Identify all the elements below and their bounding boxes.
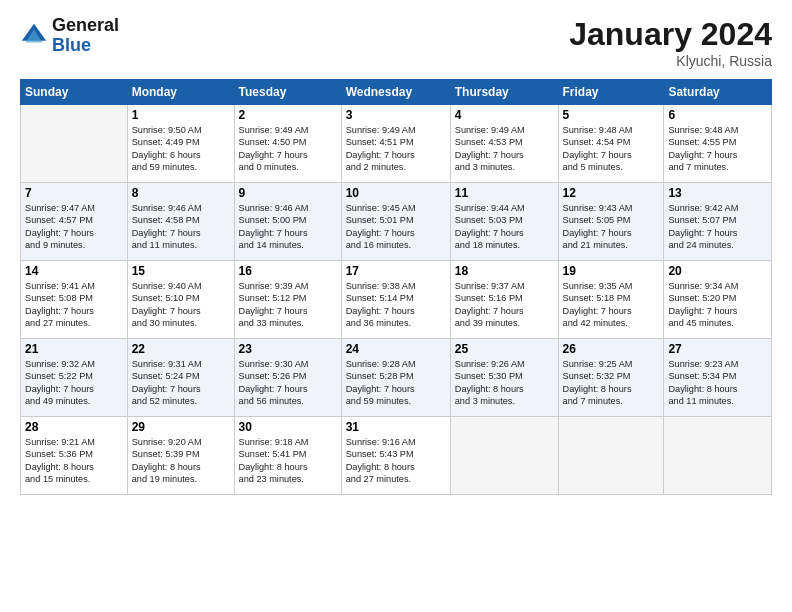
month-year: January 2024 [569,16,772,53]
table-row: 3Sunrise: 9:49 AM Sunset: 4:51 PM Daylig… [341,105,450,183]
day-info: Sunrise: 9:44 AM Sunset: 5:03 PM Dayligh… [455,202,554,252]
calendar-week-row: 28Sunrise: 9:21 AM Sunset: 5:36 PM Dayli… [21,417,772,495]
col-thursday: Thursday [450,80,558,105]
day-number: 20 [668,264,767,278]
table-row: 23Sunrise: 9:30 AM Sunset: 5:26 PM Dayli… [234,339,341,417]
day-number: 8 [132,186,230,200]
table-row [558,417,664,495]
day-info: Sunrise: 9:49 AM Sunset: 4:53 PM Dayligh… [455,124,554,174]
day-number: 17 [346,264,446,278]
table-row: 8Sunrise: 9:46 AM Sunset: 4:58 PM Daylig… [127,183,234,261]
day-info: Sunrise: 9:16 AM Sunset: 5:43 PM Dayligh… [346,436,446,486]
day-info: Sunrise: 9:40 AM Sunset: 5:10 PM Dayligh… [132,280,230,330]
calendar-table: Sunday Monday Tuesday Wednesday Thursday… [20,79,772,495]
col-wednesday: Wednesday [341,80,450,105]
day-number: 13 [668,186,767,200]
table-row: 9Sunrise: 9:46 AM Sunset: 5:00 PM Daylig… [234,183,341,261]
day-number: 30 [239,420,337,434]
day-info: Sunrise: 9:50 AM Sunset: 4:49 PM Dayligh… [132,124,230,174]
day-number: 21 [25,342,123,356]
logo-icon [20,22,48,50]
header: General Blue January 2024 Klyuchi, Russi… [20,16,772,69]
col-sunday: Sunday [21,80,128,105]
day-number: 27 [668,342,767,356]
title-section: January 2024 Klyuchi, Russia [569,16,772,69]
table-row: 16Sunrise: 9:39 AM Sunset: 5:12 PM Dayli… [234,261,341,339]
day-number: 4 [455,108,554,122]
day-info: Sunrise: 9:21 AM Sunset: 5:36 PM Dayligh… [25,436,123,486]
day-number: 16 [239,264,337,278]
table-row: 27Sunrise: 9:23 AM Sunset: 5:34 PM Dayli… [664,339,772,417]
day-info: Sunrise: 9:43 AM Sunset: 5:05 PM Dayligh… [563,202,660,252]
day-info: Sunrise: 9:31 AM Sunset: 5:24 PM Dayligh… [132,358,230,408]
day-number: 3 [346,108,446,122]
day-number: 6 [668,108,767,122]
col-monday: Monday [127,80,234,105]
day-info: Sunrise: 9:28 AM Sunset: 5:28 PM Dayligh… [346,358,446,408]
table-row: 12Sunrise: 9:43 AM Sunset: 5:05 PM Dayli… [558,183,664,261]
location: Klyuchi, Russia [569,53,772,69]
day-number: 2 [239,108,337,122]
table-row: 11Sunrise: 9:44 AM Sunset: 5:03 PM Dayli… [450,183,558,261]
day-number: 1 [132,108,230,122]
day-info: Sunrise: 9:47 AM Sunset: 4:57 PM Dayligh… [25,202,123,252]
logo-blue: Blue [52,36,119,56]
day-info: Sunrise: 9:20 AM Sunset: 5:39 PM Dayligh… [132,436,230,486]
day-info: Sunrise: 9:37 AM Sunset: 5:16 PM Dayligh… [455,280,554,330]
day-number: 18 [455,264,554,278]
table-row: 10Sunrise: 9:45 AM Sunset: 5:01 PM Dayli… [341,183,450,261]
day-number: 23 [239,342,337,356]
day-number: 11 [455,186,554,200]
day-number: 14 [25,264,123,278]
day-number: 9 [239,186,337,200]
day-info: Sunrise: 9:38 AM Sunset: 5:14 PM Dayligh… [346,280,446,330]
day-info: Sunrise: 9:32 AM Sunset: 5:22 PM Dayligh… [25,358,123,408]
table-row: 13Sunrise: 9:42 AM Sunset: 5:07 PM Dayli… [664,183,772,261]
table-row: 22Sunrise: 9:31 AM Sunset: 5:24 PM Dayli… [127,339,234,417]
day-number: 25 [455,342,554,356]
logo: General Blue [20,16,119,56]
day-info: Sunrise: 9:23 AM Sunset: 5:34 PM Dayligh… [668,358,767,408]
table-row: 6Sunrise: 9:48 AM Sunset: 4:55 PM Daylig… [664,105,772,183]
table-row: 20Sunrise: 9:34 AM Sunset: 5:20 PM Dayli… [664,261,772,339]
day-number: 31 [346,420,446,434]
table-row: 4Sunrise: 9:49 AM Sunset: 4:53 PM Daylig… [450,105,558,183]
table-row: 31Sunrise: 9:16 AM Sunset: 5:43 PM Dayli… [341,417,450,495]
table-row: 28Sunrise: 9:21 AM Sunset: 5:36 PM Dayli… [21,417,128,495]
logo-general: General [52,16,119,36]
day-number: 10 [346,186,446,200]
table-row [21,105,128,183]
col-tuesday: Tuesday [234,80,341,105]
day-number: 7 [25,186,123,200]
table-row: 26Sunrise: 9:25 AM Sunset: 5:32 PM Dayli… [558,339,664,417]
day-number: 22 [132,342,230,356]
day-info: Sunrise: 9:39 AM Sunset: 5:12 PM Dayligh… [239,280,337,330]
table-row [664,417,772,495]
table-row: 30Sunrise: 9:18 AM Sunset: 5:41 PM Dayli… [234,417,341,495]
day-info: Sunrise: 9:49 AM Sunset: 4:50 PM Dayligh… [239,124,337,174]
day-info: Sunrise: 9:18 AM Sunset: 5:41 PM Dayligh… [239,436,337,486]
table-row: 18Sunrise: 9:37 AM Sunset: 5:16 PM Dayli… [450,261,558,339]
col-friday: Friday [558,80,664,105]
table-row: 7Sunrise: 9:47 AM Sunset: 4:57 PM Daylig… [21,183,128,261]
day-number: 24 [346,342,446,356]
day-info: Sunrise: 9:41 AM Sunset: 5:08 PM Dayligh… [25,280,123,330]
day-info: Sunrise: 9:48 AM Sunset: 4:55 PM Dayligh… [668,124,767,174]
calendar-header-row: Sunday Monday Tuesday Wednesday Thursday… [21,80,772,105]
table-row: 29Sunrise: 9:20 AM Sunset: 5:39 PM Dayli… [127,417,234,495]
day-number: 12 [563,186,660,200]
day-number: 26 [563,342,660,356]
day-info: Sunrise: 9:34 AM Sunset: 5:20 PM Dayligh… [668,280,767,330]
day-info: Sunrise: 9:48 AM Sunset: 4:54 PM Dayligh… [563,124,660,174]
day-info: Sunrise: 9:26 AM Sunset: 5:30 PM Dayligh… [455,358,554,408]
col-saturday: Saturday [664,80,772,105]
table-row: 17Sunrise: 9:38 AM Sunset: 5:14 PM Dayli… [341,261,450,339]
calendar-week-row: 14Sunrise: 9:41 AM Sunset: 5:08 PM Dayli… [21,261,772,339]
table-row: 5Sunrise: 9:48 AM Sunset: 4:54 PM Daylig… [558,105,664,183]
table-row: 19Sunrise: 9:35 AM Sunset: 5:18 PM Dayli… [558,261,664,339]
day-info: Sunrise: 9:30 AM Sunset: 5:26 PM Dayligh… [239,358,337,408]
day-info: Sunrise: 9:46 AM Sunset: 5:00 PM Dayligh… [239,202,337,252]
table-row: 1Sunrise: 9:50 AM Sunset: 4:49 PM Daylig… [127,105,234,183]
table-row [450,417,558,495]
day-info: Sunrise: 9:42 AM Sunset: 5:07 PM Dayligh… [668,202,767,252]
